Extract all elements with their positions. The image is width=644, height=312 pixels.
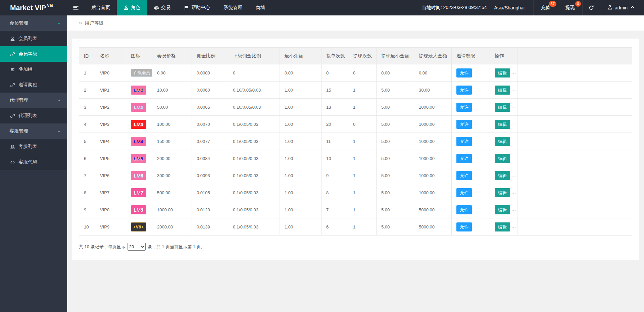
cell-sub_commission: 0.1/0.05/0.03 bbox=[228, 218, 280, 236]
cell-withdraw_times: 0 bbox=[348, 116, 377, 133]
edit-button[interactable]: 编辑 bbox=[495, 205, 510, 214]
sidebar-item-stack-group[interactable]: 叠加组 bbox=[0, 62, 67, 77]
cell-invite: 允许 bbox=[452, 64, 490, 82]
allow-button[interactable]: 允许 bbox=[456, 86, 472, 95]
user-menu[interactable]: admin bbox=[600, 0, 644, 15]
cell-price: 100.00 bbox=[152, 116, 192, 133]
cell-withdraw_max: 0.00 bbox=[414, 64, 452, 82]
more-ellipsis: ... bbox=[511, 138, 516, 143]
level-badge: +V9+ bbox=[131, 222, 146, 231]
sidebar-item-label: 客服代码 bbox=[18, 159, 37, 165]
cell-sub_commission: 0.10/0.05/0.03 bbox=[228, 99, 280, 116]
table-body: 1VIP0白银会员0.000.000000.00000.000.00允许编辑..… bbox=[79, 64, 632, 236]
table-row: 2VIP1LV110.000.00600.10/0.05/0.031.00151… bbox=[79, 82, 632, 99]
edit-button[interactable]: 编辑 bbox=[495, 188, 510, 197]
allow-button[interactable]: 允许 bbox=[456, 120, 472, 129]
cell-invite: 允许 bbox=[452, 218, 490, 236]
link-icon bbox=[10, 113, 15, 118]
nav-item-label: 帮助中心 bbox=[191, 5, 210, 11]
cell-min_balance: 1.00 bbox=[280, 218, 321, 236]
sidebar-item-member-list[interactable]: 会员列表 bbox=[0, 31, 67, 46]
cell-badge: LV1 bbox=[126, 82, 152, 99]
sidebar-toggle-button[interactable] bbox=[67, 0, 85, 15]
withdraw-badge: 0 bbox=[575, 1, 581, 7]
edit-button[interactable]: 编辑 bbox=[495, 222, 510, 231]
refresh-button[interactable] bbox=[582, 0, 600, 15]
sidebar-item-agent-list[interactable]: 代理列表 bbox=[0, 108, 67, 123]
cell-name: VIP7 bbox=[95, 184, 126, 201]
cell-withdraw_max: 5000.00 bbox=[414, 218, 452, 236]
cell-badge: LV7 bbox=[126, 184, 152, 201]
cell-withdraw_min: 5.00 bbox=[377, 201, 414, 218]
nav-item-role[interactable]: 角色 bbox=[117, 0, 147, 15]
time-block: 当地时间: 2023-03-28 09:37:54 Asia/Shanghai bbox=[413, 0, 533, 15]
cell-commission: 0.0105 bbox=[192, 184, 228, 201]
cell-min_balance: 1.00 bbox=[280, 201, 321, 218]
withdraw-label: 提现 bbox=[565, 5, 575, 11]
cell-withdraw_min: 5.00 bbox=[377, 150, 414, 167]
allow-button[interactable]: 允许 bbox=[456, 188, 472, 197]
table-header-cell: ID bbox=[79, 48, 95, 64]
sidebar-item-member-level[interactable]: 会员等级 bbox=[0, 46, 67, 62]
admin-caret-slot bbox=[630, 5, 635, 11]
allow-button[interactable]: 允许 bbox=[456, 205, 472, 214]
flag-icon bbox=[184, 5, 189, 10]
cell-withdraw_min: 5.00 bbox=[377, 82, 414, 99]
level-badge: LV4 bbox=[131, 137, 146, 146]
edit-button[interactable]: 编辑 bbox=[495, 171, 510, 180]
nav-item-mall[interactable]: 商城 bbox=[249, 0, 272, 15]
topbar-right: 当地时间: 2023-03-28 09:37:54 Asia/Shanghai … bbox=[413, 0, 644, 15]
level-badge: LV8 bbox=[131, 205, 146, 214]
cell-withdraw_max: 5000.00 bbox=[414, 201, 452, 218]
nav-item-dashboard[interactable]: 后台首页 bbox=[85, 0, 117, 15]
sidebar-group-agent-management[interactable]: 代理管理 bbox=[0, 93, 67, 108]
page-size-select[interactable]: 20 bbox=[128, 243, 146, 251]
cell-sub_commission: 0.1/0.05/0.03 bbox=[228, 133, 280, 150]
person-icon bbox=[123, 5, 129, 10]
cell-min_balance: 0.00 bbox=[280, 64, 321, 82]
sidebar-item-invite-reward[interactable]: 邀请奖励 bbox=[0, 77, 67, 93]
cell-id: 4 bbox=[79, 116, 95, 133]
withdraw-button[interactable]: 提现 0 bbox=[558, 0, 582, 15]
nav-item-label: 角色 bbox=[131, 5, 140, 11]
nav-item-trade[interactable]: 交易 bbox=[147, 0, 177, 15]
recharge-button[interactable]: 充值 87 bbox=[533, 0, 558, 15]
nav-item-help-center[interactable]: 帮助中心 bbox=[177, 0, 217, 15]
sidebar-item-service-list[interactable]: 客服列表 bbox=[0, 139, 67, 154]
cell-withdraw_max: 1000.00 bbox=[414, 116, 452, 133]
edit-button[interactable]: 编辑 bbox=[495, 120, 510, 129]
cell-id: 9 bbox=[79, 201, 95, 218]
sidebar-group-service-management[interactable]: 客服管理 bbox=[0, 123, 67, 139]
cell-filler bbox=[517, 64, 632, 82]
edit-button[interactable]: 编辑 bbox=[495, 154, 510, 163]
cell-min_balance: 1.00 bbox=[280, 82, 321, 99]
allow-button[interactable]: 允许 bbox=[456, 222, 472, 231]
cell-sub_commission: 0.1/0.05/0.03 bbox=[228, 150, 280, 167]
edit-button[interactable]: 编辑 bbox=[495, 86, 510, 95]
allow-button[interactable]: 允许 bbox=[456, 154, 472, 163]
sidebar-group-member-management[interactable]: 会员管理 bbox=[0, 15, 67, 31]
main-area: » 用户等级 ID名称图标会员价格佣金比例下级佣金比例最小余额接单次数提现次数提… bbox=[67, 15, 644, 312]
allow-button[interactable]: 允许 bbox=[456, 68, 472, 77]
edit-button[interactable]: 编辑 bbox=[495, 137, 510, 146]
more-ellipsis: ... bbox=[511, 224, 516, 229]
allow-button[interactable]: 允许 bbox=[456, 103, 472, 112]
cell-filler bbox=[517, 116, 632, 133]
allow-button[interactable]: 允许 bbox=[456, 171, 472, 180]
nav-item-system[interactable]: 系统管理 bbox=[217, 0, 249, 15]
cell-withdraw_max: 30.00 bbox=[414, 82, 452, 99]
refresh-icon bbox=[589, 5, 594, 10]
cell-commission: 0.0077 bbox=[192, 133, 228, 150]
edit-button[interactable]: 编辑 bbox=[495, 68, 510, 77]
cell-id: 3 bbox=[79, 99, 95, 116]
sidebar-item-service-code[interactable]: 客服代码 bbox=[0, 154, 67, 170]
cell-min_balance: 1.00 bbox=[280, 150, 321, 167]
cell-orders: 9 bbox=[321, 167, 348, 184]
allow-button[interactable]: 允许 bbox=[456, 137, 472, 146]
chevron-down-icon bbox=[57, 129, 61, 134]
nav-item-label: 交易 bbox=[161, 5, 170, 11]
cell-id: 7 bbox=[79, 167, 95, 184]
edit-button[interactable]: 编辑 bbox=[495, 103, 510, 112]
cell-sub_commission: 0.1/0.05/0.03 bbox=[228, 201, 280, 218]
cell-withdraw_min: 0.00 bbox=[377, 64, 414, 82]
